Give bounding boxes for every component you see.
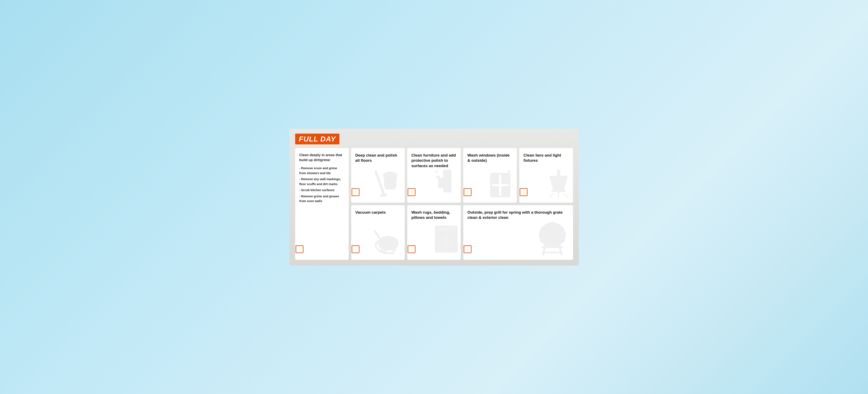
card-fans: Clean fans and light fixtures xyxy=(519,148,573,203)
svg-point-41 xyxy=(539,222,566,247)
card-floors-checkbox[interactable] xyxy=(352,188,360,196)
bullet-2: Remove any wall markings, floor scuffs a… xyxy=(299,177,345,187)
svg-point-25 xyxy=(381,248,384,251)
svg-rect-52 xyxy=(541,246,563,248)
card-laundry-checkbox[interactable] xyxy=(408,245,415,253)
svg-text:✦: ✦ xyxy=(434,169,439,175)
svg-text:✦: ✦ xyxy=(506,168,512,175)
svg-rect-7 xyxy=(436,176,440,178)
svg-line-20 xyxy=(549,193,553,198)
svg-rect-18 xyxy=(551,190,566,192)
svg-point-36 xyxy=(442,239,451,248)
svg-point-37 xyxy=(445,237,447,238)
svg-point-32 xyxy=(442,229,444,230)
svg-marker-16 xyxy=(549,176,568,190)
bullet-4: Remove grime and grease from oven walls xyxy=(299,194,345,204)
card-laundry: Wash rugs, bedding, pillows and towels xyxy=(407,205,461,260)
svg-rect-8 xyxy=(443,186,452,192)
furniture-icon: ✦ xyxy=(432,165,459,196)
card-windows-title: Wash windows (inside & outside) xyxy=(467,153,513,163)
card-vacuum: Vacuum carpets xyxy=(351,205,405,260)
svg-point-38 xyxy=(445,248,447,250)
card-windows-checkbox[interactable] xyxy=(464,188,471,196)
card-intro-checkbox[interactable] xyxy=(296,245,304,253)
svg-rect-2 xyxy=(385,188,396,189)
card-windows: Wash windows (inside & outside) ✦ xyxy=(463,148,517,203)
svg-line-23 xyxy=(375,231,381,240)
bullet-1: Remove scum and grime from showers and t… xyxy=(299,166,345,176)
card-vacuum-title: Vacuum carpets xyxy=(355,210,401,215)
svg-line-21 xyxy=(564,193,568,198)
card-fans-checkbox[interactable] xyxy=(520,188,528,196)
svg-point-31 xyxy=(439,229,441,230)
card-furniture-checkbox[interactable] xyxy=(408,188,415,196)
svg-rect-5 xyxy=(443,170,452,186)
card-grill-title: Outside, prep grill for spring with a th… xyxy=(467,210,569,220)
window-icon: ✦ xyxy=(487,168,516,199)
svg-rect-1 xyxy=(384,175,397,188)
svg-rect-14 xyxy=(501,186,509,196)
fan-icon xyxy=(545,170,572,199)
header-badge: FULL DAY xyxy=(295,133,340,144)
broom-icon xyxy=(374,163,403,196)
svg-point-27 xyxy=(393,249,395,251)
card-furniture: Clean furniture and add protective polis… xyxy=(407,148,461,203)
grill-icon xyxy=(536,218,569,255)
card-fans-title: Clean fans and light fixtures xyxy=(523,153,569,163)
card-grid: Clean deeply in areas that build up dirt… xyxy=(295,148,573,260)
svg-rect-28 xyxy=(384,252,395,254)
svg-point-33 xyxy=(445,229,447,230)
svg-rect-53 xyxy=(551,221,554,225)
card-intro-title: Clean deeply in areas that build up dirt… xyxy=(299,153,345,163)
svg-point-40 xyxy=(451,242,453,244)
card-furniture-title: Clean furniture and add protective polis… xyxy=(411,153,457,169)
svg-point-39 xyxy=(440,242,441,244)
svg-rect-13 xyxy=(491,186,499,196)
card-grill: Outside, prep grill for spring with a th… xyxy=(463,205,573,260)
main-panel: FULL DAY Clean deeply in areas that buil… xyxy=(289,129,579,266)
bullet-3: Scrub kitchen surfaces xyxy=(299,188,345,193)
card-floors-title: Deep clean and polish all floors xyxy=(355,153,401,163)
card-intro: Clean deeply in areas that build up dirt… xyxy=(295,148,349,260)
card-grill-checkbox[interactable] xyxy=(464,245,471,253)
card-floors: Deep clean and polish all floors xyxy=(351,148,405,203)
svg-rect-11 xyxy=(491,174,499,184)
svg-rect-17 xyxy=(557,170,560,176)
washer-icon xyxy=(433,223,460,257)
card-intro-bullets: Remove scum and grime from showers and t… xyxy=(299,166,345,204)
card-vacuum-checkbox[interactable] xyxy=(352,245,360,253)
card-laundry-title: Wash rugs, bedding, pillows and towels xyxy=(411,210,457,220)
svg-rect-12 xyxy=(501,174,509,184)
vacuum-icon xyxy=(372,222,405,255)
